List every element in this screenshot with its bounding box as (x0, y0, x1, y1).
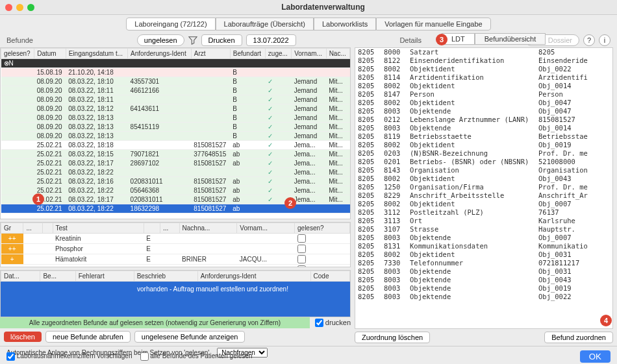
table-row[interactable]: 08.09.2008.03.22, 18:1264143611B✓JemandM… (1, 104, 350, 114)
table-row[interactable]: 08.09.2008.03.22, 18:1146612166B✓JemandM… (1, 86, 350, 95)
detail-row[interactable]: 82058003ObjektendeObj_0047 (355, 107, 612, 115)
detail-row[interactable]: 82058003ObjektendeObj_0007 (355, 234, 612, 242)
detail-row[interactable]: 82058002ObjektidentObj_0014 (355, 82, 612, 90)
detail-row[interactable]: 82053113OrtKarlsruhe (355, 217, 612, 225)
col-header[interactable]: gelesen? (295, 223, 350, 234)
drucken-button[interactable]: Drucken (201, 34, 242, 46)
table-row[interactable]: ++PhosphorE (1, 244, 350, 254)
detail-row[interactable]: 82058002ObjektidentObj_0031 (355, 250, 612, 259)
col-header[interactable]: Nachna... (179, 223, 237, 234)
detail-row[interactable]: 82050203(N)BSNR-BezeichnungProf. Dr. me (355, 149, 612, 158)
col-header[interactable]: Gr (1, 223, 23, 234)
table-row[interactable]: 25.02.2108.03.22, 18:2205646368815081527… (1, 186, 350, 195)
col-header[interactable]: Befundart (230, 49, 265, 59)
table-row[interactable]: ++KreatininE (1, 234, 350, 244)
table-row[interactable]: -Reaktives ProteE (1, 265, 350, 268)
detail-row[interactable]: 82050212Lebenslange Arztnummer (LANR)815… (355, 115, 612, 124)
gelesen-checkbox[interactable] (297, 234, 306, 243)
col-header[interactable]: gelesen? (1, 49, 34, 59)
detail-row[interactable]: 82058003ObjektendeObj_0022 (355, 293, 612, 301)
detail-row[interactable]: 82050201Betriebs- (BSNR) oder (NBSNR)521… (355, 158, 612, 166)
table-row[interactable]: 25.02.2108.03.22, 18:2218632298815081527… (1, 204, 350, 213)
table-row[interactable]: 08.09.2008.03.22, 18:13B✓JemandMit... (1, 132, 350, 141)
col-header[interactable]: Eingangsdatum t... (66, 49, 127, 59)
filter-icon[interactable] (188, 36, 197, 45)
help-icon[interactable]: ? (583, 34, 595, 46)
table-row[interactable]: 08.09.2008.03.22, 18:13B✓JemandMit... (1, 114, 350, 123)
ungelesene-befunde-button[interactable]: ungelesene Befunde anzeigen (134, 331, 246, 343)
tab-vorlagen-f-r-manuelle-eingabe[interactable]: Vorlagen für manuelle Eingabe (376, 18, 490, 30)
detail-row[interactable]: 82058002ObjektidentObj_0007 (355, 200, 612, 208)
col-header[interactable]: Nac... (326, 49, 349, 59)
col-header[interactable]: ... (160, 223, 179, 234)
detail-row[interactable]: 82058229Anschrift_ArbeitsstelleAnschrift… (355, 191, 612, 200)
table-row[interactable]: 25.02.2108.03.22, 18:1702083101181508152… (1, 195, 350, 204)
gelesen-checkbox[interactable] (297, 265, 306, 267)
col-header[interactable] (144, 223, 160, 234)
col-header[interactable]: zuge... (265, 49, 291, 59)
detail-row[interactable]: 82058002ObjektidentObj_0022 (355, 65, 612, 73)
detail-row[interactable]: 82058002ObjektidentObj_0047 (355, 99, 612, 107)
table-row[interactable]: 08.09.2008.03.22, 18:11B✓JemandMit... (1, 95, 350, 104)
zuordnung-loeschen-button[interactable]: Zuordnung löschen (355, 332, 430, 343)
info-icon[interactable]: i (599, 34, 611, 46)
befund-zuordnen-button[interactable]: Befund zuordnen (544, 332, 613, 343)
table-row[interactable]: 25.02.2108.03.22, 18:1728697102815081527… (1, 159, 350, 168)
col-header[interactable]: Fehlerart (75, 271, 134, 282)
loeschen-button[interactable]: löschen (4, 332, 42, 342)
laborausnahme-checkbox[interactable]: Laborausnahmekennziffern vorschlagen (6, 352, 132, 361)
date-field[interactable]: 13.07.2022 (246, 34, 296, 46)
neue-befunde-button[interactable]: neue Befunde abrufen (45, 331, 131, 343)
minimize-icon[interactable] (16, 4, 23, 11)
table-row[interactable]: 25.02.2108.03.22, 18:18815081527ab✓Jema.… (1, 141, 350, 150)
ungelesen-button[interactable]: ungelesen (137, 34, 184, 46)
col-header[interactable]: Code (310, 271, 349, 282)
detail-row[interactable]: 82053112Postleitzahl (PLZ)76137 (355, 208, 612, 217)
col-header[interactable]: Vornam... (237, 223, 295, 234)
detail-row[interactable]: 82057330Telefonnummer0721811217 (355, 259, 612, 267)
col-header[interactable] (43, 223, 53, 234)
table-row[interactable]: ⊗N (1, 59, 350, 68)
detail-row[interactable]: 82058143OrganisationOrganisation (355, 166, 612, 175)
col-header[interactable]: Dat... (1, 271, 40, 282)
col-header[interactable]: Beschrieb (134, 271, 197, 282)
drucken-checkbox[interactable]: drucken (315, 319, 351, 328)
table-row[interactable]: 15.08.1921.10.20, 14:18B (1, 68, 350, 77)
detail-row[interactable]: 82058003ObjektendeObj_0043 (355, 276, 612, 284)
gelesen-checkbox[interactable] (297, 245, 306, 253)
col-header[interactable]: Test (53, 223, 144, 234)
col-header[interactable]: Vornam... (292, 49, 327, 59)
detail-tab-befundübersicht[interactable]: Befundübersicht (475, 33, 546, 45)
col-header[interactable]: Datum (34, 49, 66, 59)
tab-laboreingang-72-122-[interactable]: Laboreingang (72/122) (126, 18, 215, 30)
detail-row[interactable]: 82058002ObjektidentObj_0043 (355, 175, 612, 183)
detail-row[interactable]: 82058131KommunikationsdatenKommunikatio (355, 242, 612, 250)
detail-row[interactable]: 82051250Organisation/FirmaProf. Dr. me (355, 183, 612, 191)
tab-laborworklists[interactable]: Laborworklists (314, 18, 376, 30)
col-header[interactable]: ... (23, 223, 43, 234)
maximize-icon[interactable] (27, 4, 34, 11)
table-row[interactable]: 25.02.2108.03.22, 18:22✓Jema...Mit... (1, 168, 350, 177)
tab-laborauftr-ge-bersicht-[interactable]: Laboraufträge (Übersicht) (216, 18, 314, 30)
table-row[interactable]: 08.09.2008.03.22, 18:1043557301B✓JemandM… (1, 77, 350, 86)
top-table[interactable]: gelesen?DatumEingangsdatum t...Anforderu… (1, 48, 350, 213)
detail-row[interactable]: 82058000Satzart8205 (355, 48, 612, 56)
table-row[interactable]: 25.02.2108.03.22, 18:1602083101181508152… (1, 177, 350, 186)
col-header[interactable]: Be... (40, 271, 75, 282)
col-header[interactable]: Anforderungs-Ident (128, 49, 192, 59)
alle-befunde-checkbox[interactable]: alle Befunde des Patienten gelesen (140, 352, 253, 361)
detail-row[interactable]: 82058147PersonPerson (355, 90, 612, 99)
gelesen-checkbox[interactable] (297, 255, 306, 263)
col-header[interactable]: Arzt (191, 49, 230, 59)
sub-table[interactable]: Gr...Test...Nachna...Vornam...gelesen? +… (1, 223, 350, 267)
detail-row[interactable]: 82053107StrasseHauptstr. (355, 225, 612, 234)
col-header[interactable]: Anforderungs-Ident (197, 271, 310, 282)
detail-list[interactable]: 82058000Satzart820582058122Einsenderiden… (355, 47, 613, 329)
table-row[interactable]: +HämatokritEBRINERJACQU... (1, 254, 350, 265)
detail-row[interactable]: 82058003ObjektendeObj_0031 (355, 267, 612, 276)
table-row[interactable]: 25.02.2108.03.22, 18:1579071821377648515… (1, 150, 350, 159)
table-row[interactable]: 08.09.2008.03.22, 18:1385415119B✓JemandM… (1, 123, 350, 132)
detail-row[interactable]: 82058122EinsenderidentifikationEinsender… (355, 56, 612, 65)
detail-row[interactable]: 82058119BetriebsstaetteBetriebsstae (355, 132, 612, 141)
detail-row[interactable]: 82058003ObjektendeObj_0014 (355, 124, 612, 132)
